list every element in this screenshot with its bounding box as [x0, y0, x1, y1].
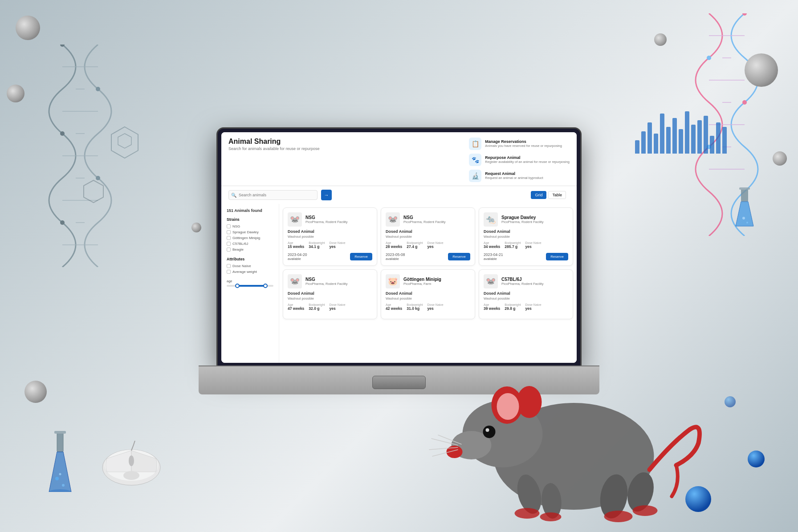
card-3-bw-label: Bodyweight — [505, 241, 521, 244]
card-3-dose-naive: Dose Naive yes — [525, 241, 542, 249]
svg-point-57 — [604, 511, 633, 522]
search-input[interactable] — [228, 190, 318, 200]
card-3-reserve-btn[interactable]: Reserve — [546, 253, 568, 260]
age-slider-thumb-left[interactable] — [235, 284, 240, 288]
sphere-5 — [24, 381, 47, 403]
results-count: 151 Animals found — [227, 208, 273, 213]
search-icon: 🔍 — [231, 192, 236, 197]
card-4-bw-value: 32.0 g — [309, 306, 325, 311]
card-3-bodyweight: Bodyweight 285.7 g — [505, 241, 521, 249]
app-title-section: Animal Sharing Search for animals availa… — [228, 138, 320, 151]
svg-point-11 — [60, 131, 65, 136]
card-3-strain: Sprague Dawley — [501, 215, 544, 220]
filter-avg-weight[interactable]: Average weight — [227, 270, 273, 274]
card-5-bw-label: Bodyweight — [407, 303, 423, 306]
age-slider-track[interactable] — [227, 285, 273, 287]
card-3-dn-label: Dose Naive — [525, 241, 542, 244]
svg-point-24 — [707, 145, 711, 149]
card-3-title-section: Sprague Dawley PicoPharma, Rodent Facili… — [501, 215, 544, 224]
filter-sprague-label: Sprague Dawley — [232, 230, 259, 234]
svg-point-21 — [742, 13, 747, 16]
laptop-screen: Animal Sharing Search for animals availa… — [216, 127, 582, 368]
strains-filter: Strains NSG Sprague Dawley — [227, 217, 273, 252]
card-3-avatar: 🐀 — [484, 212, 498, 227]
filter-c57-checkbox[interactable] — [227, 242, 231, 246]
card-1-facility: PicoPharma, Rodent Facility — [305, 220, 348, 224]
card-6-dn-label: Dose Naive — [525, 303, 542, 306]
card-5-title-section: Göttingen Minipig PicoPharma, Farm — [403, 277, 441, 286]
search-wrapper: 🔍 — [228, 190, 318, 200]
card-5-bw-value: 31.0 kg — [407, 306, 423, 311]
svg-rect-31 — [741, 188, 748, 202]
card-2-reserve-btn[interactable]: Reserve — [448, 253, 470, 260]
filter-sprague-checkbox[interactable] — [227, 230, 231, 234]
table-view-button[interactable]: Table — [548, 191, 566, 199]
card-2-status: Dosed Animal — [386, 229, 470, 234]
chart-bar — [685, 111, 689, 154]
card-4-strain: NSG — [305, 277, 348, 282]
request-animal-desc: Request an animal or animal byproduct — [485, 176, 543, 180]
card-1-title-section: NSG PicoPharma, Rodent Facility — [305, 215, 348, 224]
filter-sprague[interactable]: Sprague Dawley — [227, 230, 273, 234]
sphere-4 — [773, 151, 787, 166]
animal-card-1: 🐭 NSG PicoPharma, Rodent Facility Dosed … — [283, 207, 377, 266]
filter-gottingen-checkbox[interactable] — [227, 236, 231, 240]
card-2-avatar: 🐭 — [386, 212, 400, 227]
filter-dose-naive-checkbox[interactable] — [227, 264, 231, 268]
svg-line-60 — [429, 447, 458, 450]
svg-point-48 — [497, 393, 519, 420]
chart-bar — [697, 120, 702, 154]
card-3-header: 🐀 Sprague Dawley PicoPharma, Rodent Faci… — [484, 212, 568, 227]
svg-point-43 — [463, 401, 543, 467]
card-6-washout: Washout possible — [484, 296, 568, 301]
repurpose-animal-title: Repurpose Animal — [485, 155, 570, 160]
card-1-availability: available — [288, 257, 307, 261]
app-header: Animal Sharing Search for animals availa… — [221, 132, 577, 186]
card-6-status: Dosed Animal — [484, 291, 568, 296]
animal-card-2: 🐭 NSG PicoPharma, Rodent Facility Dosed … — [381, 207, 475, 266]
card-5-header: 🐷 Göttingen Minipig PicoPharma, Farm — [386, 274, 470, 288]
sphere-3 — [745, 53, 778, 87]
card-1-dose-naive: Dose Naive yes — [330, 241, 346, 249]
age-slider-thumb-right[interactable] — [263, 284, 268, 288]
card-1-bw-value: 34.1 g — [309, 244, 325, 249]
svg-rect-34 — [739, 187, 750, 190]
animal-card-3: 🐀 Sprague Dawley PicoPharma, Rodent Faci… — [479, 207, 573, 266]
chart-bar — [635, 140, 639, 154]
filter-beagle-checkbox[interactable] — [227, 248, 231, 252]
card-1-age-label: Age — [288, 241, 304, 244]
card-5-age-value: 42 weeks — [386, 306, 402, 311]
animal-card-6: 🐭 C57BL/6J PicoPharma, Rodent Facility D… — [479, 269, 573, 319]
card-5-dn-label: Dose Naive — [428, 303, 444, 306]
card-1-header: 🐭 NSG PicoPharma, Rodent Facility — [288, 212, 372, 227]
manage-reservations-desc: Animals you have reserved for reuse or r… — [485, 144, 562, 148]
card-1-reserve-btn[interactable]: Reserve — [350, 253, 372, 260]
molecule-left-2 — [80, 178, 107, 205]
grid-view-button[interactable]: Grid — [531, 191, 546, 199]
card-2-dn-label: Dose Naive — [428, 241, 444, 244]
card-4-dn-label: Dose Naive — [330, 303, 346, 306]
svg-rect-25 — [57, 432, 63, 452]
card-2-bodyweight: Bodyweight 27.4 g — [407, 241, 423, 249]
search-button[interactable]: → — [321, 190, 332, 200]
laptop-base — [199, 365, 599, 394]
svg-point-50 — [486, 428, 489, 432]
filter-nsg[interactable]: NSG — [227, 224, 273, 228]
card-4-age-value: 47 weeks — [288, 306, 304, 311]
repurpose-animal-item[interactable]: 🐾 Repurpose Animal Register availability… — [469, 154, 570, 166]
filter-avg-weight-checkbox[interactable] — [227, 270, 231, 274]
request-animal-text: Request Animal Request an animal or anim… — [485, 171, 543, 180]
svg-point-22 — [707, 56, 711, 60]
dna-helix-left — [36, 45, 125, 267]
sphere-1 — [16, 16, 40, 40]
filter-gottingen[interactable]: Göttingen Minipig — [227, 236, 273, 240]
card-5-dose-naive: Dose Naive yes — [428, 303, 444, 311]
request-animal-item[interactable]: 🔬 Request Animal Request an animal or an… — [469, 170, 570, 182]
svg-point-41 — [123, 471, 139, 480]
filter-beagle[interactable]: Beagle — [227, 248, 273, 252]
filter-dose-naive[interactable]: Dose Naïve — [227, 264, 273, 268]
manage-reservations-item[interactable]: 📋 Manage Reservations Animals you have r… — [469, 138, 570, 150]
filter-nsg-checkbox[interactable] — [227, 224, 231, 228]
svg-marker-35 — [111, 127, 138, 158]
filter-c57[interactable]: C57BL/6J — [227, 242, 273, 246]
